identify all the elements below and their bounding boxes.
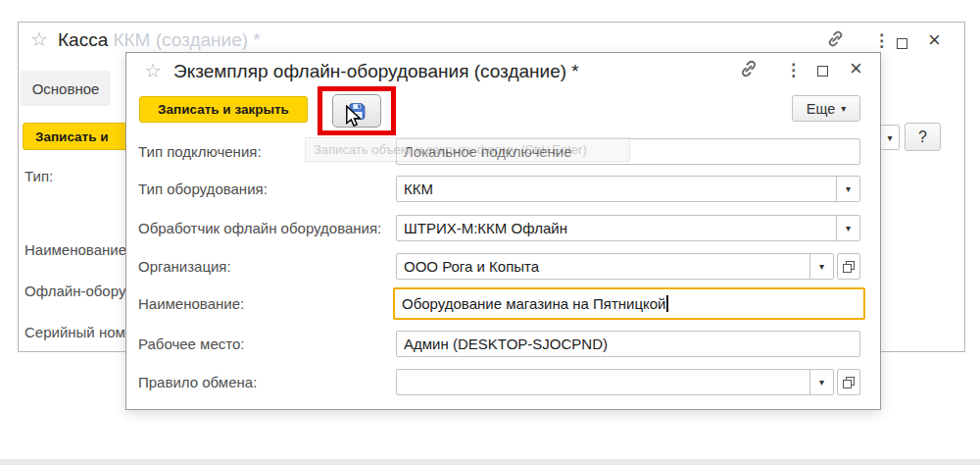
menu-dots-icon[interactable]: ⋮ — [785, 62, 802, 78]
open-item-button[interactable] — [837, 253, 860, 280]
bg-field-label-serial: Серийный ном — [24, 319, 126, 345]
maximize-icon[interactable] — [897, 38, 907, 49]
dropdown-button[interactable]: ▾ — [836, 216, 859, 240]
more-button-label: Еще — [807, 101, 836, 117]
exchange-rule-input[interactable]: ▾ — [396, 369, 834, 395]
field-label-handler: Обработчик офлайн оборудования: — [138, 215, 381, 241]
offline-equipment-dialog: ☆ Экземпляр офлайн-оборудования (создани… — [125, 52, 881, 410]
bg-field-label-offline: Офлайн-обору — [24, 278, 126, 304]
bottom-edge-strip — [0, 459, 980, 465]
dialog-title: Экземпляр офлайн-оборудования (создание)… — [173, 61, 579, 82]
input-value: ШТРИХ-М:ККМ Офлайн — [397, 216, 836, 240]
field-label-exchange-rule: Правило обмена: — [138, 369, 257, 395]
save-and-button[interactable]: Записать и — [23, 123, 134, 150]
save-and-close-button[interactable]: Записать и закрыть — [139, 96, 308, 123]
dropdown-button[interactable]: ▾ — [809, 370, 833, 394]
bg-field-label-type: Тип: — [24, 163, 126, 189]
text-caret — [666, 295, 668, 312]
close-icon[interactable]: × — [850, 58, 862, 79]
input-value: ККМ — [397, 177, 836, 201]
name-input[interactable]: Оборудование магазина на Пятницкой — [393, 287, 865, 320]
equipment-type-input[interactable]: ККМ ▾ — [396, 176, 860, 202]
menu-dots-icon[interactable]: ⋮ — [873, 32, 890, 49]
input-value: Админ (DESKTOP-SJOCPND) — [397, 332, 859, 356]
field-label-workplace: Рабочее место: — [138, 331, 245, 357]
field-label-connection-type: Тип подключения: — [138, 138, 262, 165]
workplace-input[interactable]: Админ (DESKTOP-SJOCPND) — [396, 331, 860, 357]
field-label-equipment-type: Тип оборудования: — [138, 176, 268, 202]
input-value: Оборудование магазина на Пятницкой — [395, 289, 863, 318]
save-close-tooltip: Записать объект и закрыть форму (Ctrl+En… — [305, 137, 630, 162]
handler-input[interactable]: ШТРИХ-М:ККМ Офлайн ▾ — [396, 215, 860, 241]
chevron-down-icon: ▾ — [841, 103, 846, 114]
input-value — [397, 370, 809, 394]
favorite-star-icon[interactable]: ☆ — [30, 29, 48, 49]
field-label-organization: Организация: — [138, 253, 231, 280]
background-window-title: Касса ККМ (создание) * — [58, 29, 261, 51]
close-icon[interactable]: × — [928, 29, 941, 51]
maximize-icon[interactable] — [817, 66, 828, 77]
organization-input[interactable]: ООО Рога и Копыта ▾ — [396, 253, 834, 280]
dropdown-button[interactable]: ▾ — [809, 254, 833, 279]
tab-main[interactable]: Основное — [21, 71, 111, 106]
mouse-cursor — [345, 105, 363, 132]
bg-field-label-name: Наименование — [24, 236, 126, 263]
input-value: ООО Рога и Копыта — [397, 254, 809, 279]
split-dropdown-button[interactable]: ▾ — [880, 125, 900, 150]
dropdown-button[interactable]: ▾ — [836, 177, 859, 201]
get-link-icon[interactable] — [826, 29, 845, 51]
title-prefix: Касса — [58, 29, 113, 50]
title-faded-part: ККМ (создание) * — [113, 29, 260, 50]
get-link-icon[interactable] — [739, 59, 759, 81]
more-button[interactable]: Еще ▾ — [792, 95, 860, 122]
field-label-name: Наименование: — [138, 290, 244, 317]
help-button[interactable]: ? — [905, 123, 941, 151]
favorite-star-icon[interactable]: ☆ — [144, 61, 162, 80]
open-item-button[interactable] — [837, 369, 860, 395]
